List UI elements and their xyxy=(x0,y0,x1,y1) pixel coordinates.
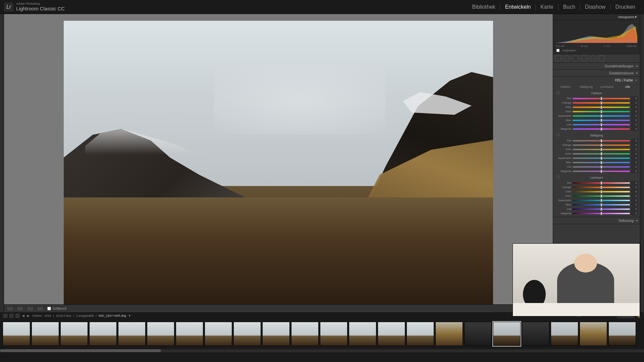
thumbnail[interactable] xyxy=(407,322,434,346)
thumbnail[interactable] xyxy=(349,322,376,346)
module-drucken[interactable]: Drucken xyxy=(610,4,640,10)
slider-value[interactable]: 0 xyxy=(631,194,638,198)
grid-view-button[interactable] xyxy=(37,306,44,311)
thumbnail[interactable] xyxy=(493,322,521,346)
slider-track[interactable] xyxy=(573,149,630,150)
slider-track[interactable] xyxy=(573,208,630,210)
nav-fwd-icon[interactable]: ▶ xyxy=(27,314,30,317)
slider-value[interactable]: 0 xyxy=(631,118,638,122)
slider-handle[interactable] xyxy=(600,161,602,164)
basic-panel-header[interactable]: Grundeinstellungen ◀ xyxy=(553,63,640,69)
slider-handle[interactable] xyxy=(600,207,602,211)
slider-handle[interactable] xyxy=(600,148,602,151)
histogram-header[interactable]: Histogramm ▼ xyxy=(553,14,640,20)
thumbnail[interactable] xyxy=(32,322,59,346)
slider-value[interactable]: 0 xyxy=(631,123,638,126)
targeted-adjustment-button[interactable] xyxy=(556,175,560,179)
thumbnail[interactable] xyxy=(147,322,174,346)
slider-handle[interactable] xyxy=(600,123,602,126)
slider-value[interactable]: 0 xyxy=(631,198,638,202)
histogram[interactable]: ISO 100 40 mm f / 4,0 1/640 Sek. xyxy=(553,20,640,48)
main-window-button[interactable] xyxy=(3,314,7,318)
slider-value[interactable]: 0 xyxy=(631,165,638,169)
slider-track[interactable] xyxy=(573,191,630,192)
slider-track[interactable] xyxy=(573,111,630,112)
thumbnail[interactable] xyxy=(3,322,30,346)
spot-removal-tool[interactable] xyxy=(564,55,570,61)
slider-handle[interactable] xyxy=(600,181,602,185)
slider-track[interactable] xyxy=(573,102,630,104)
module-bibliothek[interactable]: Bibliothek xyxy=(467,4,500,10)
graduated-filter-tool[interactable] xyxy=(581,55,587,61)
adjustment-brush-tool[interactable] xyxy=(599,55,605,61)
slider-handle[interactable] xyxy=(600,190,602,193)
slider-value[interactable]: 0 xyxy=(631,185,638,189)
hsl-tab-alle[interactable]: Alle xyxy=(617,84,638,89)
hsl-tab-farbton[interactable]: Farbton xyxy=(555,84,576,89)
original-photo-toggle[interactable]: Originalfoto xyxy=(553,48,640,54)
thumbnail[interactable] xyxy=(378,322,405,346)
slider-value[interactable]: 0 xyxy=(631,161,638,164)
slider-handle[interactable] xyxy=(600,186,602,189)
redeye-tool[interactable] xyxy=(573,55,579,61)
slider-track[interactable] xyxy=(573,171,630,172)
slider-track[interactable] xyxy=(573,166,630,168)
slider-track[interactable] xyxy=(573,204,630,205)
thumbnail[interactable] xyxy=(608,322,636,346)
hsl-tab-sättigung[interactable]: Sättigung xyxy=(576,84,597,89)
slider-handle[interactable] xyxy=(600,97,602,100)
slider-track[interactable] xyxy=(573,182,630,184)
slider-track[interactable] xyxy=(573,187,630,188)
slider-track[interactable] xyxy=(573,162,630,163)
slider-handle[interactable] xyxy=(600,106,602,109)
thumbnail[interactable] xyxy=(464,322,492,346)
module-diashow[interactable]: Diashow xyxy=(580,4,610,10)
slider-value[interactable]: 0 xyxy=(631,97,638,100)
targeted-adjustment-button[interactable] xyxy=(556,91,560,94)
slider-track[interactable] xyxy=(573,107,630,108)
radial-filter-tool[interactable] xyxy=(590,55,596,61)
thumbnail[interactable] xyxy=(89,322,117,346)
slider-track[interactable] xyxy=(573,140,630,141)
thumbnail[interactable] xyxy=(435,322,463,346)
slider-value[interactable]: 0 xyxy=(631,110,638,113)
right-rail[interactable] xyxy=(640,14,644,312)
grid-button[interactable] xyxy=(15,314,19,318)
tonecurve-panel-header[interactable]: Gradationskurve ◀ xyxy=(553,70,640,76)
softproof-toggle[interactable]: Softproof xyxy=(47,306,66,311)
thumbnail[interactable] xyxy=(291,322,319,346)
slider-handle[interactable] xyxy=(600,212,602,215)
slider-value[interactable]: 0 xyxy=(631,181,638,185)
slider-value[interactable]: 0 xyxy=(631,143,638,147)
thumbnail[interactable] xyxy=(522,322,549,346)
slider-handle[interactable] xyxy=(600,127,602,131)
second-window-button[interactable] xyxy=(9,314,13,318)
slider-value[interactable]: 0 xyxy=(631,212,638,215)
slider-track[interactable] xyxy=(573,128,630,130)
slider-handle[interactable] xyxy=(600,165,602,169)
splittoning-panel-header[interactable]: Teiltonung ◀ xyxy=(553,217,640,224)
slider-handle[interactable] xyxy=(600,157,602,160)
thumbnail[interactable] xyxy=(176,322,203,346)
thumbnail[interactable] xyxy=(551,322,578,346)
slider-track[interactable] xyxy=(573,200,630,201)
slider-track[interactable] xyxy=(573,115,630,117)
slider-handle[interactable] xyxy=(600,119,602,122)
slider-value[interactable]: 0 xyxy=(631,105,638,109)
targeted-adjustment-button[interactable] xyxy=(556,133,560,136)
slider-handle[interactable] xyxy=(600,114,602,118)
nav-back-icon[interactable]: ◀ xyxy=(22,314,24,317)
softproof-checkbox[interactable] xyxy=(47,307,51,310)
slider-value[interactable]: 0 xyxy=(631,101,638,105)
slider-value[interactable]: 0 xyxy=(631,207,638,211)
slider-value[interactable]: 0 xyxy=(631,127,638,131)
thumbnail[interactable] xyxy=(60,322,88,346)
slider-track[interactable] xyxy=(573,120,630,121)
slider-handle[interactable] xyxy=(600,170,602,173)
slider-handle[interactable] xyxy=(600,203,602,206)
slider-track[interactable] xyxy=(573,158,630,159)
crop-tool[interactable] xyxy=(555,55,561,61)
slider-track[interactable] xyxy=(573,124,630,125)
slider-track[interactable] xyxy=(573,153,630,155)
thumbnail[interactable] xyxy=(262,322,290,346)
